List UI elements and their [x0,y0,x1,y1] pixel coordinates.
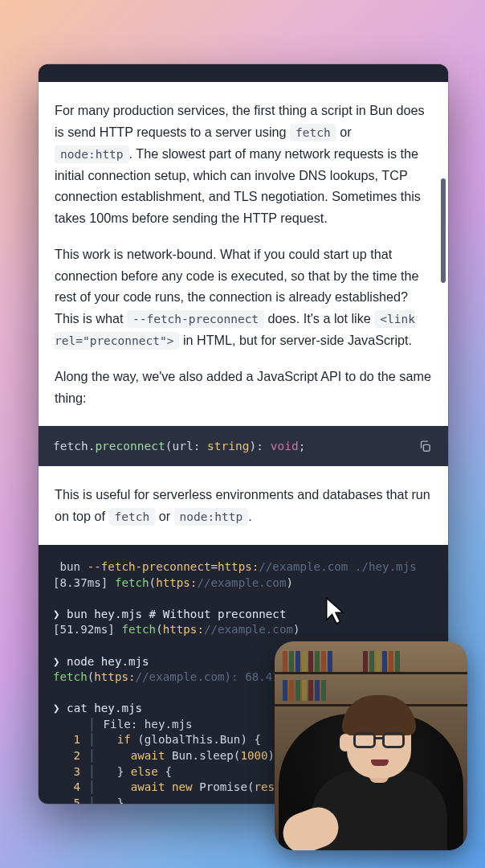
code-nodehttp-2: node:http [174,508,249,526]
term-line: [8.37ms] fetch(https://example.com) [53,575,445,592]
scrollbar-thumb[interactable] [441,178,446,283]
prose-section-2: This is useful for serverless environmen… [39,466,448,545]
sig-method: preconnect [95,440,165,452]
webcam-scene [275,641,467,850]
code-flag: --fetch-preconnect [127,310,264,328]
sig-semi: ; [299,440,306,452]
text: . [248,509,252,523]
sig-retcolon: : [256,440,270,452]
webcam-overlay [275,641,467,850]
text: in HTML, but for server-side JavaScript. [179,333,412,347]
sig-void: void [271,440,299,452]
paragraph-2: This work is network-bound. What if you … [55,244,432,351]
prose-section-1: For many production services, the first … [39,82,448,426]
paragraph-1: For many production services, the first … [55,100,432,229]
term-line: bun --fetch-preconnect=https://example.c… [53,559,445,575]
api-signature: fetch.preconnect(url: string): void; [53,440,305,452]
term-line: ❯ bun hey.mjs # Without preconnect [53,607,445,623]
paragraph-4: This is useful for serverless environmen… [55,484,432,527]
text: or [155,509,173,523]
text: does. It's a lot like [264,311,374,326]
svg-rect-0 [423,444,430,451]
copy-icon [418,440,432,453]
sig-colon: : [194,440,207,452]
sig-param: url [172,440,193,452]
sig-type: string [207,440,249,452]
term-line: [51.92ms] fetch(https://example.com) [53,622,445,638]
sig-close: ) [250,440,257,452]
code-fetch-2: fetch [109,508,156,526]
code-fetch: fetch [290,124,336,141]
code-signature-block: fetch.preconnect(url: string): void; [39,426,448,466]
code-nodehttp: node:http [55,145,129,163]
text: or [336,125,352,139]
term-blank [53,591,445,607]
text: For many production services, the first … [55,103,425,139]
copy-button[interactable] [416,437,434,455]
window-titlebar[interactable] [39,64,448,82]
paragraph-3: Along the way, we've also added a JavaSc… [55,366,432,408]
sig-obj: fetch [53,440,88,452]
